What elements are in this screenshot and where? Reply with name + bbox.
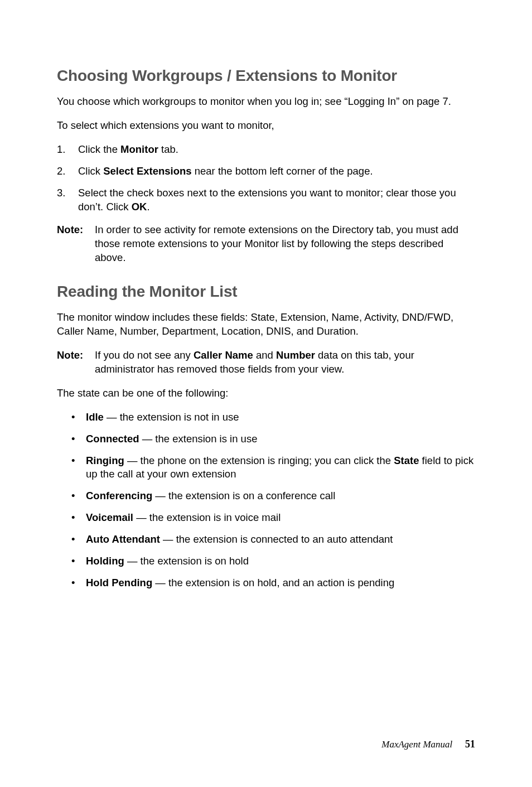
bullet-icon: •	[71, 511, 86, 525]
bullet-icon: •	[71, 432, 86, 446]
list-item: • Hold Pending — the extension is on hol…	[57, 576, 475, 590]
list-item: • Ringing — the phone on the extension i…	[57, 454, 475, 482]
list-item: • Voicemail — the extension is in voice …	[57, 511, 475, 525]
list-item: • Connected — the extension is in use	[57, 432, 475, 446]
list-text: Conferencing — the extension is on a con…	[86, 489, 475, 503]
list-text: Auto Attendant — the extension is connec…	[86, 533, 475, 547]
list-item: • Holding — the extension is on hold	[57, 554, 475, 568]
step-text: Click the Monitor tab.	[78, 143, 475, 157]
step-item: 1. Click the Monitor tab.	[57, 143, 475, 157]
list-text: Connected — the extension is in use	[86, 432, 475, 446]
bullet-icon: •	[71, 489, 86, 503]
note-text: In order to see activity for remote exte…	[95, 223, 475, 265]
intro-paragraph-2: The monitor window includes these fields…	[57, 311, 475, 339]
page-number: 51	[465, 738, 475, 750]
bullet-icon: •	[71, 576, 86, 590]
page-footer: MaxAgent Manual 51	[381, 738, 475, 750]
heading-reading: Reading the Monitor List	[57, 283, 475, 301]
state-lead: The state can be one of the following:	[57, 387, 475, 400]
list-text: Idle — the extension is not in use	[86, 411, 475, 424]
bullet-icon: •	[71, 411, 86, 424]
list-text: Voicemail — the extension is in voice ma…	[86, 511, 475, 525]
step-number: 3.	[57, 186, 78, 214]
step-number: 1.	[57, 143, 78, 157]
list-item: • Auto Attendant — the extension is conn…	[57, 533, 475, 547]
document-page: Choosing Workgroups / Extensions to Moni…	[0, 0, 532, 787]
manual-title: MaxAgent Manual	[381, 739, 452, 750]
list-item: • Idle — the extension is not in use	[57, 411, 475, 424]
bullet-icon: •	[71, 454, 86, 482]
list-text: Ringing — the phone on the extension is …	[86, 454, 475, 482]
step-item: 3. Select the check boxes next to the ex…	[57, 186, 475, 214]
note-block-2: Note: If you do not see any Caller Name …	[57, 349, 475, 376]
step-number: 2.	[57, 165, 78, 178]
step-text: Select the check boxes next to the exten…	[78, 186, 475, 214]
intro-paragraph: You choose which workgroups to monitor w…	[57, 95, 475, 109]
note-block: Note: In order to see activity for remot…	[57, 223, 475, 265]
lead-paragraph: To select which extensions you want to m…	[57, 119, 475, 133]
note-label: Note:	[57, 349, 95, 376]
note-text: If you do not see any Caller Name and Nu…	[95, 349, 475, 376]
heading-choosing: Choosing Workgroups / Extensions to Moni…	[57, 67, 475, 85]
list-text: Hold Pending — the extension is on hold,…	[86, 576, 475, 590]
bullet-icon: •	[71, 533, 86, 547]
list-item: • Conferencing — the extension is on a c…	[57, 489, 475, 503]
list-text: Holding — the extension is on hold	[86, 554, 475, 568]
bullet-icon: •	[71, 554, 86, 568]
ordered-steps: 1. Click the Monitor tab. 2. Click Selec…	[57, 143, 475, 214]
note-label: Note:	[57, 223, 95, 265]
step-text: Click Select Extensions near the bottom …	[78, 165, 475, 178]
step-item: 2. Click Select Extensions near the bott…	[57, 165, 475, 178]
state-list: • Idle — the extension is not in use • C…	[57, 411, 475, 591]
